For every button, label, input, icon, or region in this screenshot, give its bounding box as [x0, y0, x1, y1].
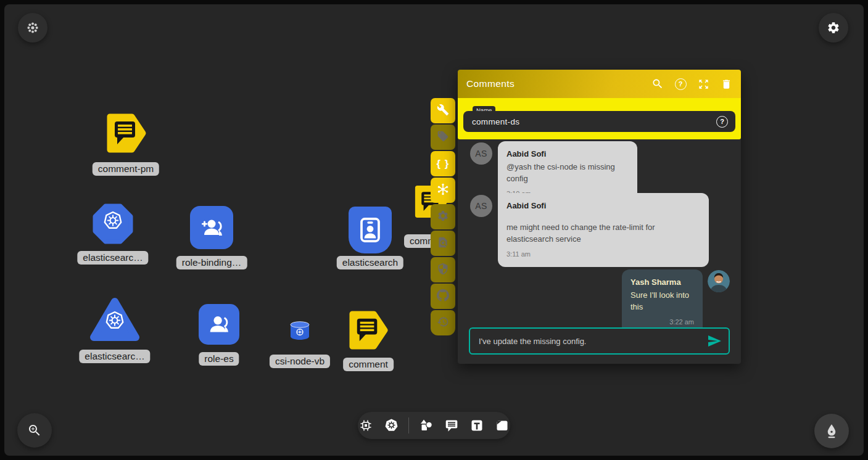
message-bubble: Yash Sharma Sure I'll look into this 3:2… — [622, 269, 703, 335]
media-icon[interactable] — [494, 417, 510, 433]
node-comment-pm[interactable] — [105, 112, 148, 155]
kubernetes-icon[interactable] — [383, 417, 399, 433]
validate-button[interactable] — [431, 231, 455, 256]
zoom-button[interactable] — [17, 413, 52, 448]
send-icon[interactable] — [706, 333, 722, 349]
node-label: elasticsearc… — [79, 350, 150, 363]
kanvas-logo-icon — [27, 22, 39, 34]
node-label: comment — [343, 358, 394, 371]
field-help-icon[interactable]: ? — [716, 116, 728, 128]
components-hub-button[interactable] — [431, 178, 455, 203]
node-label: elasticsearch — [337, 256, 403, 269]
fullscreen-icon[interactable] — [697, 78, 709, 90]
message-text: me might need to change the rate-limit f… — [506, 221, 700, 245]
canvas-tools-dock — [358, 412, 510, 439]
design-canvas[interactable]: comment-pm elasticsearc… — [4, 4, 864, 456]
avatar: AS — [470, 142, 492, 165]
shield-icon — [437, 263, 449, 277]
node-comment[interactable] — [347, 310, 390, 351]
security-button[interactable] — [431, 257, 455, 282]
node-role-es[interactable] — [199, 304, 239, 345]
node-label: role-binding… — [176, 256, 247, 269]
github-icon — [437, 289, 449, 304]
wrench-icon — [437, 104, 449, 118]
panel-header-actions: ? — [651, 78, 732, 90]
id-badge-icon — [357, 215, 383, 245]
message-bubble: Aabid Sofi me might need to change the r… — [498, 193, 709, 267]
message-text: @yash the csi-node is missing config — [506, 161, 629, 184]
dock-divider — [408, 417, 409, 433]
pen-tool-button[interactable] — [814, 414, 849, 448]
node-elasticsearch-octagon[interactable] — [91, 202, 134, 245]
search-icon[interactable] — [651, 78, 664, 90]
name-field-section: Name ? — [458, 98, 741, 139]
comments-panel-header: Comments ? — [458, 70, 741, 98]
settings-button-toolbar[interactable] — [431, 204, 455, 229]
node-csi-node-vb[interactable] — [289, 321, 310, 340]
text-icon[interactable] — [469, 417, 485, 433]
avatar-photo — [708, 270, 730, 292]
name-input[interactable] — [463, 117, 716, 126]
kubernetes-wheel-icon — [297, 329, 303, 335]
delete-icon[interactable] — [720, 78, 732, 90]
message-author: Aabid Sofi — [506, 200, 700, 212]
shapes-icon[interactable] — [418, 417, 434, 433]
panel-title: Comments — [466, 78, 651, 89]
user-add-icon — [198, 214, 225, 241]
gear-icon — [437, 210, 449, 224]
message-author: Yash Sharma — [630, 276, 694, 288]
tag-icon — [437, 130, 449, 145]
node-label: role-es — [199, 352, 239, 366]
message-time: 3:22 am — [630, 316, 694, 328]
settings-button[interactable] — [819, 13, 848, 43]
file-search-icon — [437, 236, 449, 251]
tags-button[interactable] — [431, 125, 455, 150]
zoom-in-icon — [27, 423, 42, 438]
node-elasticsearch-triangle[interactable] — [88, 296, 141, 343]
message-author: Aabid Sofi — [506, 148, 629, 160]
pen-nib-icon — [824, 423, 840, 439]
message-time: 3:11 am — [506, 248, 700, 260]
help-icon[interactable]: ? — [674, 78, 687, 90]
history-icon — [437, 316, 449, 331]
comment-input[interactable] — [470, 337, 706, 346]
user-icon — [206, 311, 232, 337]
history-button[interactable] — [431, 310, 455, 335]
infrastructure-icon[interactable] — [358, 417, 374, 433]
node-label: csi-node-vb — [270, 355, 330, 368]
braces-icon: { } — [437, 158, 450, 170]
node-label: comment-pm — [93, 162, 159, 176]
avatar: AS — [470, 195, 492, 217]
edit-tools-button[interactable] — [431, 98, 455, 123]
comment-icon[interactable] — [444, 417, 460, 433]
node-elasticsearch-serviceaccount[interactable] — [349, 207, 392, 253]
node-role-binding[interactable] — [190, 206, 233, 249]
comments-panel: Comments ? Name ? — [458, 70, 741, 364]
github-button[interactable] — [431, 284, 455, 309]
node-action-toolbar: { } — [431, 98, 455, 335]
yaml-code-button[interactable]: { } — [431, 151, 455, 176]
name-field: ? — [463, 111, 735, 132]
message-text: Sure I'll look into this — [630, 289, 694, 313]
gear-icon — [827, 21, 840, 35]
app-logo-button[interactable] — [18, 13, 48, 43]
node-label: elasticsearc… — [77, 251, 148, 265]
hub-icon — [436, 183, 450, 199]
comment-composer — [469, 327, 730, 355]
